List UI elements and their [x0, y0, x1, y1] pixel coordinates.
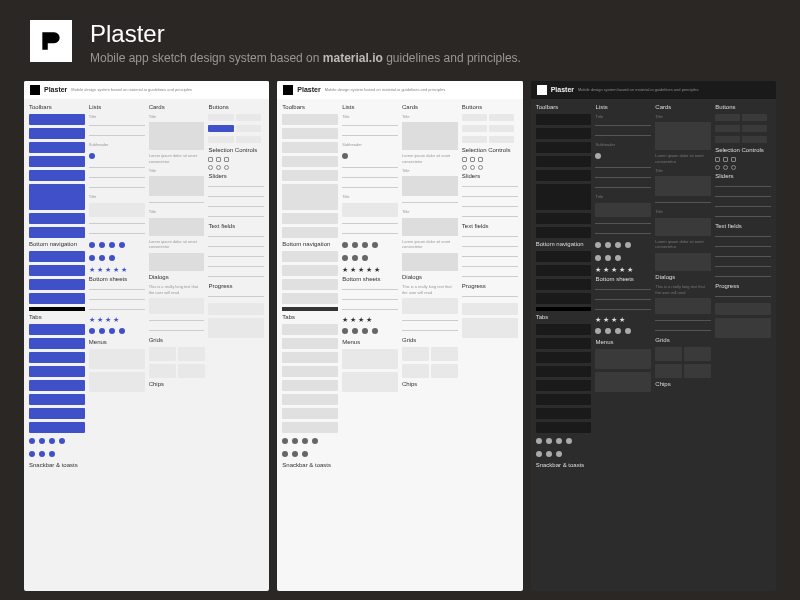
- bottomnav-sample: [29, 307, 85, 311]
- button-sample: [208, 125, 233, 132]
- section-selection: Selection Controls: [208, 147, 264, 153]
- plaster-logo: [30, 20, 72, 62]
- toolbar-sample: [29, 170, 85, 181]
- menu-sample: [89, 349, 145, 369]
- tab-sample: [29, 422, 85, 433]
- section-bottomsheets: Bottom sheets: [89, 276, 145, 282]
- toolbar-sample: [29, 184, 85, 210]
- section-buttons: Buttons: [208, 104, 264, 110]
- bottomnav-sample: [29, 293, 85, 304]
- main-header: Plaster Mobile app sketch design system …: [0, 0, 800, 81]
- tab-sample: [29, 380, 85, 391]
- section-progress: Progress: [208, 283, 264, 289]
- menu-sample: [89, 372, 145, 392]
- toolbar-sample: [29, 213, 85, 224]
- mini-logo: [283, 85, 293, 95]
- bottomnav-sample: [29, 279, 85, 290]
- panel-header: PlasterMobile design system based on mat…: [24, 81, 269, 99]
- panel-color-theme: PlasterMobile design system based on mat…: [24, 81, 269, 591]
- bottomnav-sample: [29, 265, 85, 276]
- toolbar-sample: [29, 114, 85, 125]
- tab-sample: [29, 324, 85, 335]
- card-sample: [149, 218, 205, 236]
- toolbar-sample: [29, 227, 85, 238]
- card-sample: [149, 122, 205, 150]
- mini-logo: [537, 85, 547, 95]
- toolbar-sample: [29, 128, 85, 139]
- section-sliders: Sliders: [208, 173, 264, 179]
- section-grids: Grids: [149, 337, 205, 343]
- list-item: [89, 203, 145, 217]
- section-tabs: Tabs: [29, 314, 85, 320]
- panel-light-theme: PlasterMobile design system based on mat…: [277, 81, 522, 591]
- section-textfields: Text fields: [208, 223, 264, 229]
- mini-logo: [30, 85, 40, 95]
- button-sample: [208, 136, 233, 143]
- panel-dark-theme: PlasterMobile design system based on mat…: [531, 81, 776, 591]
- bottomnav-sample: [29, 251, 85, 262]
- section-menus: Menus: [89, 339, 145, 345]
- panel-header: PlasterMobile design system based on mat…: [531, 81, 776, 99]
- toolbar-sample: [29, 142, 85, 153]
- main-subtitle: Mobile app sketch design system based on…: [90, 51, 521, 65]
- button-sample: [208, 114, 233, 121]
- button-sample: [236, 136, 261, 143]
- section-toolbars: Toolbars: [29, 104, 85, 110]
- button-sample: [236, 125, 261, 132]
- section-lists: Lists: [89, 104, 145, 110]
- section-dialogs: Dialogs: [149, 274, 205, 280]
- section-chips: Chips: [149, 381, 205, 387]
- panel-header: PlasterMobile design system based on mat…: [277, 81, 522, 99]
- section-cards: Cards: [149, 104, 205, 110]
- section-bottomnav: Bottom navigation: [29, 241, 85, 247]
- card-sample: [149, 176, 205, 196]
- progress-sample: [208, 318, 264, 338]
- card-sample: [149, 253, 205, 271]
- theme-panels: PlasterMobile design system based on mat…: [0, 81, 800, 591]
- tab-sample: [29, 366, 85, 377]
- section-snackbar: Snackbar & toasts: [29, 462, 85, 468]
- main-title: Plaster: [90, 20, 521, 49]
- progress-sample: [208, 303, 264, 315]
- tab-sample: [29, 394, 85, 405]
- tab-sample: [29, 338, 85, 349]
- toolbar-sample: [29, 156, 85, 167]
- button-sample: [236, 114, 261, 121]
- tab-sample: [29, 408, 85, 419]
- tab-sample: [29, 352, 85, 363]
- dialog-sample: [149, 298, 205, 314]
- rating-stars: ★★★★★: [89, 266, 145, 273]
